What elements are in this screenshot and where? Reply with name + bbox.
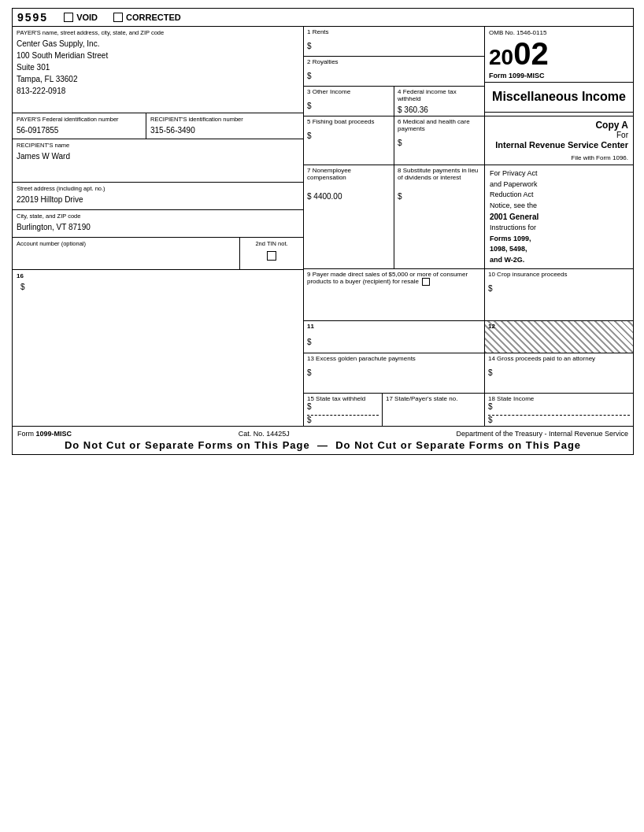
box5-label: 5 Fishing boat proceeds bbox=[307, 118, 390, 125]
tin-cell: 2nd TIN not. bbox=[240, 238, 303, 269]
box10-cell: 10 Crop insurance proceeds $ bbox=[485, 269, 633, 320]
payer-address1: 100 South Meridian Street bbox=[17, 50, 299, 61]
year-prefix: 20 bbox=[489, 45, 513, 70]
payer-address2: Suite 301 bbox=[17, 61, 299, 73]
account-cell: Account number (optional) bbox=[13, 238, 240, 269]
box15-cell: 15 State tax withheld $ $ bbox=[304, 394, 383, 426]
copy-a-section: Copy A For Internal Revenue Service Cent… bbox=[485, 116, 633, 165]
box11-cell: 11 $ bbox=[304, 321, 485, 353]
main-content: PAYER'S name, street address, city, stat… bbox=[13, 27, 633, 427]
box5-cell: 5 Fishing boat proceeds $ bbox=[304, 116, 394, 165]
form-1099-misc: 9595 VOID CORRECTED PAYER'S name, street… bbox=[12, 8, 634, 455]
payer-name: Center Gas Supply, Inc. bbox=[17, 38, 299, 50]
payer-label: PAYER'S name, street address, city, stat… bbox=[17, 29, 299, 36]
second-tin-checkbox[interactable] bbox=[267, 251, 276, 261]
box7-label: 7 Nonemployee compensation bbox=[307, 167, 390, 181]
box7-cell: 7 Nonemployee compensation $ 4400.00 bbox=[304, 165, 394, 268]
footer-dept: Department of the Treasury - Internal Re… bbox=[456, 430, 628, 438]
city-value: Burlington, VT 87190 bbox=[17, 221, 299, 233]
city-section: City, state, and ZIP code Burlington, VT… bbox=[13, 210, 303, 238]
state-row: 15 State tax withheld $ $ 17 State/Payer… bbox=[304, 394, 633, 426]
box1-dollar-sign: $ bbox=[307, 42, 312, 50]
box16-section: 16 $ bbox=[13, 270, 303, 305]
privacy-line4: Notice, see the bbox=[490, 201, 628, 212]
second-tin-label: 2nd TIN not. bbox=[244, 240, 299, 247]
box16-dollar-sign: $ bbox=[20, 283, 25, 291]
box8-cell: 8 Substitute payments in lieu of dividen… bbox=[394, 165, 484, 268]
box13-cell: 13 Excess golden parachute payments $ bbox=[304, 353, 485, 393]
payer-phone: 813-222-0918 bbox=[17, 85, 299, 97]
box16-label: 16 bbox=[17, 272, 299, 279]
box3-label: 3 Other Income bbox=[307, 88, 390, 95]
privacy-section: For Privacy Act and Paperwork Reduction … bbox=[485, 165, 633, 268]
privacy-line3: Reduction Act bbox=[490, 190, 628, 201]
box11-label: 11 bbox=[307, 323, 481, 330]
box4-value: 360.36 bbox=[404, 105, 428, 114]
footer-top-line: Form 1099-MISC Cat. No. 14425J Departmen… bbox=[17, 430, 628, 438]
box1-cell: 1 Rents $ bbox=[304, 27, 484, 57]
payer-fed-id-value: 56-0917855 bbox=[17, 124, 142, 136]
box2-dollar-sign: $ bbox=[307, 72, 312, 80]
form-name-in-year: Form 1099-MISC bbox=[489, 72, 545, 80]
file-with: File with Form 1096. bbox=[490, 154, 628, 161]
left-column: PAYER'S name, street address, city, stat… bbox=[13, 27, 304, 426]
box7-value: 4400.00 bbox=[313, 192, 342, 201]
year-display: 2002 bbox=[489, 36, 549, 72]
box16-dollar: $ bbox=[17, 283, 299, 291]
omb-number: OMB No. 1546-0115 bbox=[489, 29, 546, 36]
payer-fed-id-label: PAYER'S Federal identification number bbox=[17, 116, 142, 123]
box10-label: 10 Crop insurance proceeds bbox=[488, 271, 630, 278]
box9-cell: 9 Payer made direct sales of $5,000 or m… bbox=[304, 269, 485, 320]
year-suffix: 02 bbox=[513, 36, 549, 72]
privacy-forms2: 1098, 5498, bbox=[490, 244, 628, 255]
box5-6-middle: 5 Fishing boat proceeds $ 6 Medical and … bbox=[304, 116, 485, 165]
recipient-name-value: James W Ward bbox=[17, 150, 299, 162]
id-row: PAYER'S Federal identification number 56… bbox=[13, 113, 303, 139]
do-not-cut-left: Do Not Cut or Separate Forms on This Pag… bbox=[65, 439, 310, 451]
middle-right-columns: 1 Rents $ 2 Royalties $ bbox=[304, 27, 633, 426]
box7-8-row: 7 Nonemployee compensation $ 4400.00 8 S… bbox=[304, 165, 633, 269]
box4-dollar-sign: $ bbox=[398, 105, 402, 114]
box9-label: 9 Payer made direct sales of $5,000 or m… bbox=[307, 271, 481, 286]
state-tax-label: 15 State tax withheld bbox=[307, 395, 379, 402]
page: 9595 VOID CORRECTED PAYER'S name, street… bbox=[0, 0, 644, 463]
irs-name: Internal Revenue Service Center bbox=[490, 139, 628, 151]
privacy-line1: For Privacy Act bbox=[490, 168, 628, 179]
street-label: Street address (including apt. no.) bbox=[17, 185, 299, 192]
form-footer: Form 1099-MISC Cat. No. 14425J Departmen… bbox=[13, 427, 633, 454]
privacy-line2: and Paperwork bbox=[490, 179, 628, 190]
box13-label: 13 Excess golden parachute payments bbox=[307, 355, 481, 362]
privacy-w2g: and W-2G. bbox=[490, 255, 628, 266]
box12-cell: 12 bbox=[485, 321, 633, 353]
box12-label: 12 bbox=[488, 323, 630, 330]
box9-10-row: 9 Payer made direct sales of $5,000 or m… bbox=[304, 269, 633, 321]
recipient-id-label: RECIPIENT'S identification number bbox=[150, 116, 299, 123]
copy-a-title: Copy A bbox=[490, 120, 628, 131]
account-label: Account number (optional) bbox=[17, 240, 235, 247]
payer-city-state-zip: Tampa, FL 33602 bbox=[17, 73, 299, 85]
middle-boxes: 1 Rents $ 2 Royalties $ bbox=[304, 27, 485, 116]
box3-cell: 3 Other Income $ bbox=[304, 87, 394, 116]
box2-label: 2 Royalties bbox=[307, 58, 481, 65]
recipient-id-cell: RECIPIENT'S identification number 315-56… bbox=[146, 113, 303, 139]
void-checkbox[interactable] bbox=[64, 13, 73, 22]
void-corrected-area: VOID CORRECTED bbox=[64, 13, 181, 22]
city-label: City, state, and ZIP code bbox=[17, 213, 299, 220]
corrected-checkbox-label[interactable]: CORRECTED bbox=[113, 13, 181, 22]
box3-4-row: 3 Other Income $ 4 Federal income tax wi… bbox=[304, 87, 484, 116]
box8-label: 8 Substitute payments in lieu of dividen… bbox=[398, 167, 481, 181]
recipient-id-value: 315-56-3490 bbox=[150, 124, 299, 136]
top-boxes-row: 1 Rents $ 2 Royalties $ bbox=[304, 27, 633, 116]
box6-label: 6 Medical and health care payments bbox=[398, 118, 481, 132]
box9-checkbox[interactable] bbox=[422, 278, 430, 286]
void-checkbox-label[interactable]: VOID bbox=[64, 13, 98, 22]
box6-cell: 6 Medical and health care payments $ bbox=[394, 116, 484, 165]
corrected-checkbox[interactable] bbox=[113, 13, 123, 22]
privacy-year: 2001 General bbox=[490, 211, 628, 223]
footer-form-label: Form 1099-MISC bbox=[17, 430, 72, 438]
box17-cell: 17 State/Payer's state no. bbox=[383, 394, 485, 426]
box14-cell: 14 Gross proceeds paid to an attorney $ bbox=[485, 353, 633, 393]
omb-year-section: OMB No. 1546-0115 2002 Form 1099-MISC bbox=[485, 27, 633, 83]
box4-cell: 4 Federal income tax withheld $ 360.36 bbox=[394, 87, 484, 116]
right-top-section: OMB No. 1546-0115 2002 Form 1099-MISC Mi… bbox=[485, 27, 633, 116]
